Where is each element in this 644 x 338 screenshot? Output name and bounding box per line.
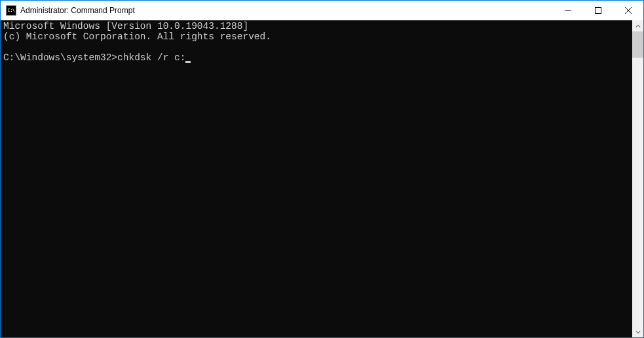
console-prompt: C:\Windows\system32>: [3, 52, 117, 63]
close-icon: [625, 7, 632, 14]
window-controls: [553, 1, 643, 20]
console-area: Microsoft Windows [Version 10.0.19043.12…: [1, 20, 643, 337]
minimize-button[interactable]: [553, 1, 583, 20]
app-icon: C:\: [6, 5, 16, 16]
cursor: [185, 61, 191, 63]
command-prompt-window: C:\ Administrator: Command Prompt Micros…: [1, 1, 643, 337]
chevron-up-icon: [635, 24, 641, 29]
scrollbar-up-button[interactable]: [632, 20, 643, 31]
console-command: chkdsk /r c:: [117, 52, 185, 63]
console-prompt-line: C:\Windows\system32>chkdsk /r c:: [3, 52, 191, 63]
app-icon-text: C:\: [7, 9, 14, 13]
maximize-icon: [595, 7, 601, 14]
titlebar[interactable]: C:\ Administrator: Command Prompt: [1, 1, 643, 20]
close-button[interactable]: [613, 1, 643, 20]
scrollbar-track[interactable]: [632, 31, 643, 326]
vertical-scrollbar[interactable]: [632, 20, 643, 337]
minimize-icon: [565, 7, 571, 14]
console-output[interactable]: Microsoft Windows [Version 10.0.19043.12…: [1, 20, 632, 337]
scrollbar-thumb[interactable]: [632, 31, 643, 58]
maximize-button[interactable]: [583, 1, 613, 20]
scrollbar-down-button[interactable]: [632, 326, 643, 337]
chevron-down-icon: [635, 329, 641, 335]
window-title: Administrator: Command Prompt: [20, 6, 135, 15]
console-line: Microsoft Windows [Version 10.0.19043.12…: [3, 21, 248, 31]
console-line: (c) Microsoft Corporation. All rights re…: [3, 31, 271, 42]
svg-rect-1: [596, 8, 601, 14]
